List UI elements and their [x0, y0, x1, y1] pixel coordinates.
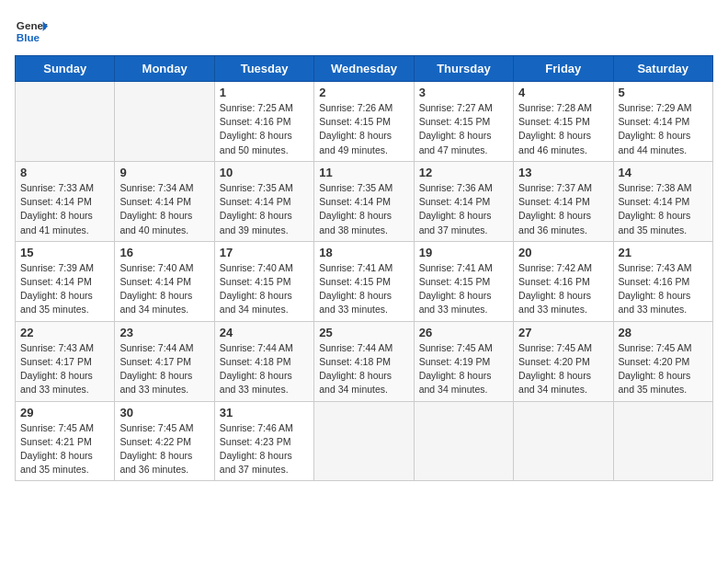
calendar-cell — [414, 401, 513, 481]
day-number: 12 — [419, 166, 508, 179]
day-number: 25 — [319, 326, 408, 339]
calendar-cell: 2Sunrise: 7:26 AMSunset: 4:15 PMDaylight… — [314, 82, 414, 162]
day-number: 14 — [619, 166, 708, 179]
page-header: General Blue — [15, 15, 713, 48]
day-info: Sunrise: 7:38 AMSunset: 4:14 PMDaylight:… — [619, 181, 708, 237]
calendar-cell: 11Sunrise: 7:35 AMSunset: 4:14 PMDayligh… — [314, 161, 414, 241]
day-info: Sunrise: 7:45 AMSunset: 4:20 PMDaylight:… — [518, 341, 608, 397]
svg-text:Blue: Blue — [17, 31, 40, 43]
calendar-cell — [115, 82, 214, 162]
day-info: Sunrise: 7:36 AMSunset: 4:14 PMDaylight:… — [419, 181, 508, 237]
day-info: Sunrise: 7:46 AMSunset: 4:23 PMDaylight:… — [220, 421, 309, 477]
day-number: 27 — [518, 326, 608, 339]
calendar-cell: 14Sunrise: 7:38 AMSunset: 4:14 PMDayligh… — [613, 161, 712, 241]
calendar-cell — [514, 401, 613, 481]
calendar-cell: 22Sunrise: 7:43 AMSunset: 4:17 PMDayligh… — [16, 321, 115, 401]
calendar-header-monday: Monday — [115, 56, 214, 82]
calendar-header-friday: Friday — [514, 56, 613, 82]
day-number: 5 — [619, 86, 708, 99]
calendar-week-2: 8Sunrise: 7:33 AMSunset: 4:14 PMDaylight… — [16, 161, 713, 241]
calendar-week-4: 22Sunrise: 7:43 AMSunset: 4:17 PMDayligh… — [16, 321, 713, 401]
day-number: 29 — [20, 406, 109, 419]
day-number: 13 — [518, 166, 608, 179]
day-info: Sunrise: 7:27 AMSunset: 4:15 PMDaylight:… — [419, 101, 508, 157]
day-info: Sunrise: 7:40 AMSunset: 4:15 PMDaylight:… — [220, 261, 309, 317]
day-info: Sunrise: 7:41 AMSunset: 4:15 PMDaylight:… — [419, 261, 508, 317]
day-number: 11 — [319, 166, 408, 179]
day-info: Sunrise: 7:41 AMSunset: 4:15 PMDaylight:… — [319, 261, 408, 317]
day-info: Sunrise: 7:28 AMSunset: 4:15 PMDaylight:… — [518, 101, 608, 157]
calendar-week-3: 15Sunrise: 7:39 AMSunset: 4:14 PMDayligh… — [16, 241, 713, 321]
calendar-cell: 21Sunrise: 7:43 AMSunset: 4:16 PMDayligh… — [613, 241, 712, 321]
calendar-cell: 16Sunrise: 7:40 AMSunset: 4:14 PMDayligh… — [115, 241, 214, 321]
calendar-cell — [314, 401, 414, 481]
day-info: Sunrise: 7:45 AMSunset: 4:19 PMDaylight:… — [419, 341, 508, 397]
calendar-header-row: SundayMondayTuesdayWednesdayThursdayFrid… — [16, 56, 713, 82]
day-number: 24 — [220, 326, 309, 339]
day-info: Sunrise: 7:44 AMSunset: 4:17 PMDaylight:… — [119, 341, 209, 397]
calendar-cell: 29Sunrise: 7:45 AMSunset: 4:21 PMDayligh… — [16, 401, 115, 481]
day-number: 8 — [20, 166, 109, 179]
calendar-cell — [613, 401, 712, 481]
calendar-cell: 5Sunrise: 7:29 AMSunset: 4:14 PMDaylight… — [613, 82, 712, 162]
calendar-cell: 26Sunrise: 7:45 AMSunset: 4:19 PMDayligh… — [414, 321, 513, 401]
day-info: Sunrise: 7:45 AMSunset: 4:20 PMDaylight:… — [619, 341, 708, 397]
calendar-cell: 25Sunrise: 7:44 AMSunset: 4:18 PMDayligh… — [314, 321, 414, 401]
calendar-cell: 4Sunrise: 7:28 AMSunset: 4:15 PMDaylight… — [514, 82, 613, 162]
day-info: Sunrise: 7:43 AMSunset: 4:16 PMDaylight:… — [619, 261, 708, 317]
calendar-week-5: 29Sunrise: 7:45 AMSunset: 4:21 PMDayligh… — [16, 401, 713, 481]
day-info: Sunrise: 7:39 AMSunset: 4:14 PMDaylight:… — [20, 261, 109, 317]
day-info: Sunrise: 7:35 AMSunset: 4:14 PMDaylight:… — [220, 181, 309, 237]
day-number: 17 — [220, 246, 309, 259]
day-info: Sunrise: 7:37 AMSunset: 4:14 PMDaylight:… — [518, 181, 608, 237]
day-info: Sunrise: 7:42 AMSunset: 4:16 PMDaylight:… — [518, 261, 608, 317]
calendar-table: SundayMondayTuesdayWednesdayThursdayFrid… — [15, 55, 713, 481]
day-info: Sunrise: 7:44 AMSunset: 4:18 PMDaylight:… — [319, 341, 408, 397]
calendar-header-wednesday: Wednesday — [314, 56, 414, 82]
day-number: 28 — [619, 326, 708, 339]
day-info: Sunrise: 7:33 AMSunset: 4:14 PMDaylight:… — [20, 181, 109, 237]
calendar-header-saturday: Saturday — [613, 56, 712, 82]
calendar-cell: 30Sunrise: 7:45 AMSunset: 4:22 PMDayligh… — [115, 401, 214, 481]
day-number: 23 — [119, 326, 209, 339]
day-info: Sunrise: 7:34 AMSunset: 4:14 PMDaylight:… — [119, 181, 209, 237]
calendar-header-thursday: Thursday — [414, 56, 513, 82]
day-info: Sunrise: 7:29 AMSunset: 4:14 PMDaylight:… — [619, 101, 708, 157]
calendar-cell: 1Sunrise: 7:25 AMSunset: 4:16 PMDaylight… — [214, 82, 313, 162]
calendar-cell: 9Sunrise: 7:34 AMSunset: 4:14 PMDaylight… — [115, 161, 214, 241]
day-number: 31 — [220, 406, 309, 419]
day-info: Sunrise: 7:25 AMSunset: 4:16 PMDaylight:… — [220, 101, 309, 157]
day-number: 16 — [119, 246, 209, 259]
calendar-week-1: 1Sunrise: 7:25 AMSunset: 4:16 PMDaylight… — [16, 82, 713, 162]
calendar-cell: 17Sunrise: 7:40 AMSunset: 4:15 PMDayligh… — [214, 241, 313, 321]
day-number: 20 — [518, 246, 608, 259]
day-info: Sunrise: 7:35 AMSunset: 4:14 PMDaylight:… — [319, 181, 408, 237]
day-number: 1 — [220, 86, 309, 99]
calendar-cell: 12Sunrise: 7:36 AMSunset: 4:14 PMDayligh… — [414, 161, 513, 241]
calendar-cell: 13Sunrise: 7:37 AMSunset: 4:14 PMDayligh… — [514, 161, 613, 241]
day-number: 9 — [119, 166, 209, 179]
day-info: Sunrise: 7:26 AMSunset: 4:15 PMDaylight:… — [319, 101, 408, 157]
calendar-cell: 24Sunrise: 7:44 AMSunset: 4:18 PMDayligh… — [214, 321, 313, 401]
calendar-cell: 19Sunrise: 7:41 AMSunset: 4:15 PMDayligh… — [414, 241, 513, 321]
calendar-cell: 23Sunrise: 7:44 AMSunset: 4:17 PMDayligh… — [115, 321, 214, 401]
calendar-cell — [16, 82, 115, 162]
calendar-header-tuesday: Tuesday — [214, 56, 313, 82]
logo: General Blue — [15, 15, 48, 48]
day-info: Sunrise: 7:45 AMSunset: 4:22 PMDaylight:… — [119, 421, 209, 477]
day-info: Sunrise: 7:40 AMSunset: 4:14 PMDaylight:… — [119, 261, 209, 317]
day-number: 15 — [20, 246, 109, 259]
calendar-cell: 3Sunrise: 7:27 AMSunset: 4:15 PMDaylight… — [414, 82, 513, 162]
day-number: 30 — [119, 406, 209, 419]
calendar-cell: 15Sunrise: 7:39 AMSunset: 4:14 PMDayligh… — [16, 241, 115, 321]
day-number: 18 — [319, 246, 408, 259]
day-info: Sunrise: 7:45 AMSunset: 4:21 PMDaylight:… — [20, 421, 109, 477]
day-number: 26 — [419, 326, 508, 339]
day-number: 22 — [20, 326, 109, 339]
day-info: Sunrise: 7:43 AMSunset: 4:17 PMDaylight:… — [20, 341, 109, 397]
day-number: 19 — [419, 246, 508, 259]
logo-icon: General Blue — [15, 15, 48, 48]
day-number: 10 — [220, 166, 309, 179]
day-number: 4 — [518, 86, 608, 99]
day-number: 3 — [419, 86, 508, 99]
